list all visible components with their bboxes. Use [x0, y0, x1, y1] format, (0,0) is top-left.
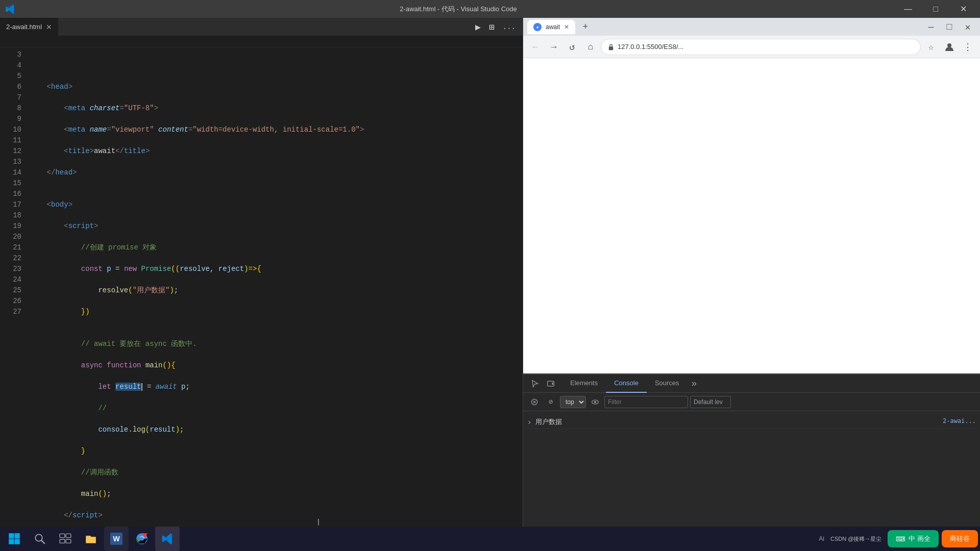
layout-icon[interactable]: ⊞: [487, 19, 497, 35]
start-button[interactable]: [2, 527, 27, 551]
editor-tab-bar: 2-await.html ✕ ▶ ⊞ ...: [0, 18, 523, 36]
search-button[interactable]: [28, 527, 52, 551]
run-icon[interactable]: ▶: [473, 19, 483, 35]
browser-panel: ● await ✕ + — □ ✕ ← → ↺ ⌂: [523, 18, 980, 527]
corner-widgets: ⌨ 中 画全 商硅谷: [888, 530, 978, 547]
csdn-badge: CSDN @後稀→星尘: [830, 535, 881, 543]
code-editor[interactable]: 3 4 5 6 7 8 9 10 11 12 13 14 15 16: [0, 47, 523, 527]
close-button[interactable]: ✕: [951, 0, 975, 18]
console-source-link[interactable]: 2-awai...: [943, 417, 976, 424]
svg-rect-17: [60, 539, 65, 543]
browser-toolbar: ← → ↺ ⌂ 127.0.0.1:5500/ES8/... ☆: [523, 36, 980, 58]
browser-tab-close[interactable]: ✕: [564, 23, 569, 31]
task-view-button[interactable]: [53, 527, 78, 551]
svg-point-23: [140, 537, 144, 541]
block-button[interactable]: ⊘: [544, 395, 558, 409]
svg-rect-11: [9, 539, 14, 544]
browser-maximize[interactable]: □: [941, 19, 958, 35]
browser-with-devtools: Elements Console Sources »: [523, 58, 980, 527]
svg-rect-12: [14, 539, 19, 544]
svg-rect-5: [552, 382, 553, 385]
back-button[interactable]: ←: [527, 39, 544, 55]
browser-title-bar: ● await ✕ + — □ ✕: [523, 18, 980, 36]
browser-tab[interactable]: ● await ✕: [527, 20, 575, 34]
elements-tab-label: Elements: [570, 379, 598, 387]
svg-text:W: W: [113, 535, 120, 543]
keyboard-button[interactable]: ⌨ 中 画全: [888, 530, 939, 547]
browser-more-button[interactable]: ⋮: [960, 39, 976, 55]
browser-new-tab[interactable]: +: [578, 20, 593, 34]
maximize-button[interactable]: □: [924, 0, 947, 18]
device-icon: [547, 380, 555, 388]
silicon-label: 商硅谷: [950, 535, 970, 542]
console-expand-arrow[interactable]: ›: [527, 418, 531, 427]
context-selector[interactable]: top: [560, 396, 586, 408]
folder-icon: [85, 533, 97, 545]
browser-page: [523, 58, 980, 373]
chrome-button[interactable]: [130, 527, 154, 551]
chrome-icon: [136, 533, 148, 545]
vscode-taskbar-button[interactable]: [155, 527, 180, 551]
taskbar-right: Ai CSDN @後稀→星尘 ⌨ 中 画全 商硅谷: [819, 530, 978, 547]
home-button[interactable]: ⌂: [582, 39, 599, 55]
title-bar-text: 2-await.html - 代码 - Visual Studio Code: [20, 5, 896, 14]
svg-point-3: [947, 43, 951, 47]
browser-close[interactable]: ✕: [960, 19, 976, 35]
devtools-tab-console[interactable]: Console: [606, 374, 647, 393]
clear-console-button[interactable]: [527, 395, 542, 409]
devtools-tab-sources[interactable]: Sources: [647, 374, 688, 393]
svg-text:●: ●: [536, 24, 539, 29]
address-bar[interactable]: 127.0.0.1:5500/ES8/...: [601, 39, 921, 55]
sources-tab-label: Sources: [655, 379, 679, 387]
account-button[interactable]: [941, 39, 958, 55]
vscode-icon: [5, 4, 15, 14]
windows-icon: [8, 533, 20, 545]
tab-close-icon[interactable]: ✕: [46, 23, 52, 31]
console-output-row: › 用户数据 2-awai...: [527, 415, 976, 429]
device-toolbar-button[interactable]: [544, 377, 558, 391]
console-tab-label: Console: [614, 379, 639, 387]
file-explorer-button[interactable]: [79, 527, 103, 551]
search-icon: [34, 533, 46, 545]
filter-input[interactable]: [604, 396, 688, 408]
devtools: Elements Console Sources »: [523, 373, 980, 527]
url-text: 127.0.0.1:5500/ES8/...: [618, 43, 683, 51]
lock-icon: [607, 43, 615, 51]
more-icon[interactable]: ...: [501, 21, 518, 33]
devtools-tab-elements[interactable]: Elements: [562, 374, 606, 393]
eye-button[interactable]: [588, 395, 602, 409]
inspect-element-button[interactable]: [527, 377, 542, 391]
browser-tab-label: await: [546, 23, 560, 31]
level-selector[interactable]: [690, 396, 731, 408]
svg-line-14: [41, 540, 44, 543]
eye-icon: [591, 398, 599, 406]
forward-button[interactable]: →: [546, 39, 562, 55]
editor-tab[interactable]: 2-await.html ✕: [0, 18, 59, 36]
title-bar: 2-await.html - 代码 - Visual Studio Code —…: [0, 0, 980, 18]
word-icon: W: [110, 533, 122, 545]
account-icon: [944, 42, 954, 52]
vscode-taskbar-icon: [161, 533, 174, 545]
taskbar: W Ai CSDN @後稀→星尘: [0, 527, 980, 551]
ai-label: Ai: [819, 535, 824, 542]
silicon-button[interactable]: 商硅谷: [942, 530, 978, 547]
word-button[interactable]: W: [104, 527, 129, 551]
svg-rect-15: [60, 534, 65, 537]
devtools-console-toolbar: ⊘ top: [523, 393, 980, 411]
console-output-text: 用户数据: [535, 417, 562, 427]
svg-rect-9: [9, 533, 14, 538]
code-content[interactable]: <head> <meta charset="UTF-8"> <meta name…: [26, 49, 523, 524]
browser-minimize[interactable]: —: [923, 19, 939, 35]
svg-rect-10: [14, 533, 19, 538]
refresh-button[interactable]: ↺: [564, 39, 580, 55]
vscode-editor: 2-await.html ✕ ▶ ⊞ ... 3: [0, 18, 523, 527]
devtools-more-tabs[interactable]: »: [688, 379, 701, 389]
task-view-icon: [59, 533, 71, 545]
devtools-content: › 用户数据 2-awai...: [523, 411, 980, 527]
minimize-button[interactable]: —: [896, 0, 920, 18]
devtools-tabs: Elements Console Sources »: [523, 374, 980, 393]
keyboard-icon: ⌨: [896, 535, 905, 543]
svg-rect-2: [609, 46, 613, 50]
editor-toolbar: ▶ ⊞ ...: [473, 19, 523, 35]
bookmark-button[interactable]: ☆: [923, 39, 939, 55]
